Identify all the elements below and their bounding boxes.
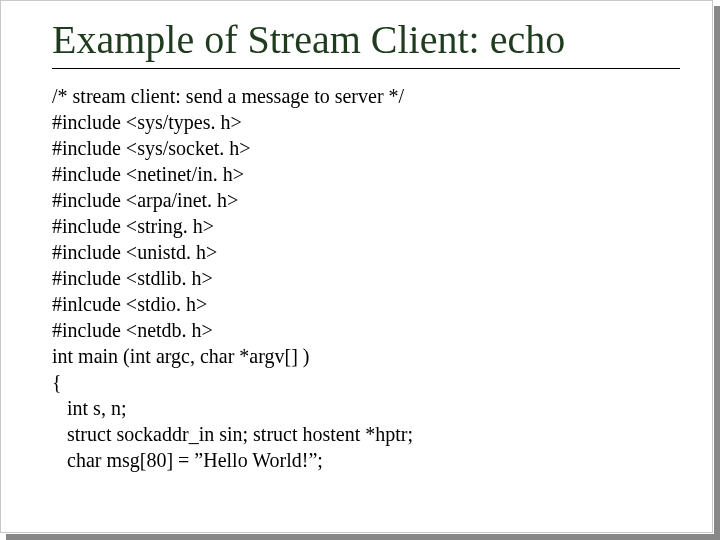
code-line: /* stream client: send a message to serv… <box>52 83 680 109</box>
code-line: #include <netdb. h> <box>52 317 680 343</box>
code-line: struct sockaddr_in sin; struct hostent *… <box>52 421 680 447</box>
code-line: #include <netinet/in. h> <box>52 161 680 187</box>
code-line: #include <sys/types. h> <box>52 109 680 135</box>
code-block: /* stream client: send a message to serv… <box>52 83 680 473</box>
code-line: int s, n; <box>52 395 680 421</box>
code-line: #include <sys/socket. h> <box>52 135 680 161</box>
code-line: #inlcude <stdio. h> <box>52 291 680 317</box>
slide-shadow-right <box>714 6 720 534</box>
code-line: { <box>52 369 680 395</box>
code-line: #include <string. h> <box>52 213 680 239</box>
slide: Example of Stream Client: echo /* stream… <box>0 0 720 540</box>
code-line: #include <arpa/inet. h> <box>52 187 680 213</box>
page-title: Example of Stream Client: echo <box>52 18 680 62</box>
code-line: #include <unistd. h> <box>52 239 680 265</box>
title-underline <box>52 68 680 69</box>
code-line: int main (int argc, char *argv[] ) <box>52 343 680 369</box>
code-line: #include <stdlib. h> <box>52 265 680 291</box>
code-line: char msg[80] = ”Hello World!”; <box>52 447 680 473</box>
slide-shadow-bottom <box>6 534 720 540</box>
